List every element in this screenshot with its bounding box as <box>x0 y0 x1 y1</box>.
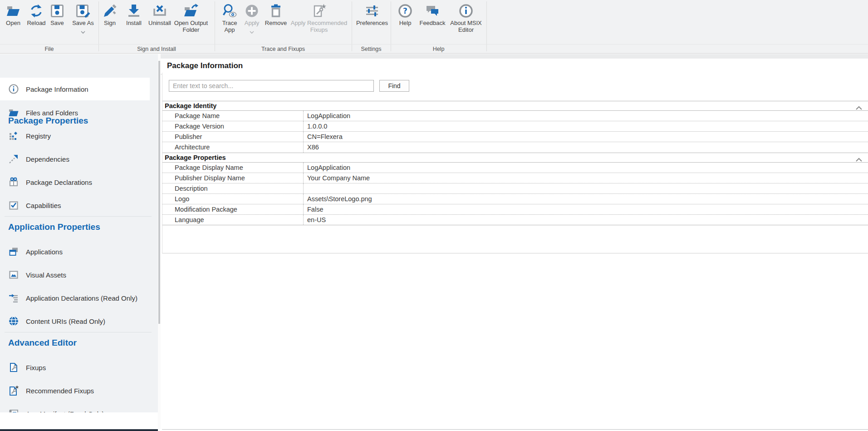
properties-table: Package Identity Package Name LogApplica… <box>162 101 868 225</box>
save-button[interactable]: Save <box>48 3 67 27</box>
sidebar-item-registry[interactable]: Registry <box>0 124 150 147</box>
save-icon <box>49 3 65 19</box>
collapse-chevron-icon[interactable] <box>855 155 863 160</box>
install-arrow-icon <box>126 3 142 19</box>
sidebar-item-package-information[interactable]: Package Information <box>0 78 150 100</box>
install-button-label: Install <box>126 20 142 27</box>
property-value[interactable]: en-US <box>303 215 868 225</box>
about-msix-editor-button[interactable]: About MSIX Editor <box>449 3 483 33</box>
property-value[interactable]: Your Company Name <box>303 173 868 183</box>
preferences-sliders-icon <box>364 3 380 19</box>
group-label-sign-and-install: Sign and Install <box>98 46 215 52</box>
dependencies-arrow-icon <box>8 154 19 164</box>
save-as-dropdown-chevron-icon[interactable] <box>81 28 85 36</box>
package-information-panel: Find Package Identity Package Name LogAp… <box>162 73 868 253</box>
property-value[interactable] <box>303 183 868 193</box>
sidebar-item-label: Visual Assets <box>26 271 66 279</box>
help-question-icon: ? <box>397 3 413 19</box>
sidebar-item-label: Files and Folders <box>26 109 78 117</box>
sidebar-item-label: Content URIs (Read Only) <box>26 317 105 325</box>
property-row-package-display-name: Package Display Name LogApplication <box>162 163 868 173</box>
open-button[interactable]: Open <box>3 3 24 27</box>
sidebar-item-label: Registry <box>26 132 51 140</box>
sidebar-divider <box>5 332 152 332</box>
uninstall-x-icon <box>152 3 167 19</box>
property-row-logo: Logo Assets\StoreLogo.png <box>162 194 868 204</box>
property-label: Package Display Name <box>162 163 303 173</box>
install-button[interactable]: Install <box>123 3 145 27</box>
apply-recommended-fixups-button-label: Apply Recommended Fixups <box>289 20 349 33</box>
trace-app-button[interactable]: Trace App <box>219 3 240 33</box>
help-button-label: Help <box>399 20 412 27</box>
sidebar-item-dependencies[interactable]: Dependencies <box>0 148 150 170</box>
sign-button[interactable]: Sign <box>100 3 120 27</box>
property-value[interactable]: False <box>303 204 868 214</box>
group-label-settings: Settings <box>352 46 391 52</box>
property-value[interactable]: 1.0.0.0 <box>303 121 868 131</box>
sidebar-item-label: Applications <box>26 248 63 256</box>
property-row-modification-package: Modification Package False <box>162 204 868 215</box>
sidebar-item-package-declarations[interactable]: Package Declarations <box>0 171 150 193</box>
property-value[interactable]: LogApplication <box>303 111 868 121</box>
group-label-trace-and-fixups: Trace and Fixups <box>215 46 352 52</box>
sidebar-scrollbar-thumb[interactable] <box>158 61 160 324</box>
search-input[interactable] <box>169 80 374 92</box>
save-as-button[interactable]: Save As <box>70 3 96 36</box>
open-output-folder-button[interactable]: Open Output Folder <box>171 3 211 33</box>
sidebar-item-visual-assets[interactable]: Visual Assets <box>0 263 150 286</box>
open-output-folder-button-label: Open Output Folder <box>171 20 211 33</box>
property-value[interactable]: CN=Flexera <box>303 132 868 142</box>
property-row-package-version: Package Version 1.0.0.0 <box>162 121 868 132</box>
feedback-bubbles-icon <box>425 3 440 19</box>
fixups-wrench-icon <box>8 362 19 373</box>
apply-button[interactable]: Apply <box>242 3 262 36</box>
checkbox-icon <box>8 200 19 211</box>
property-label: Architecture <box>162 142 303 153</box>
uninstall-button-label: Uninstall <box>148 20 171 27</box>
sidebar-item-recommended-fixups[interactable]: Recommended Fixups <box>0 379 150 402</box>
globe-icon <box>8 316 19 327</box>
apply-dropdown-chevron-icon <box>250 28 254 36</box>
group-label-file: File <box>0 46 98 52</box>
apply-button-label: Apply <box>245 20 260 27</box>
property-row-language: Language en-US <box>162 215 868 225</box>
feedback-button[interactable]: Feedback <box>418 3 447 27</box>
property-label: Package Version <box>162 121 303 131</box>
sidebar-bottom-bar <box>0 429 158 431</box>
trace-app-magnifier-icon <box>222 3 237 19</box>
sidebar-item-label: Fixups <box>26 364 46 372</box>
ribbon-toolbar: Open Reload Save Save As Sign Install Un… <box>0 0 868 54</box>
property-label: Publisher Display Name <box>162 173 303 183</box>
remove-button[interactable]: Remove <box>263 3 289 27</box>
fixups-wrench-star-icon <box>8 385 19 396</box>
about-info-icon <box>458 3 474 19</box>
property-label: Package Name <box>162 111 303 121</box>
property-row-package-name: Package Name LogApplication <box>162 111 868 121</box>
preferences-button[interactable]: Preferences <box>356 3 388 27</box>
sidebar-item-label: Application Declarations (Read Only) <box>26 294 137 302</box>
section-header-package-identity: Package Identity <box>162 101 868 111</box>
apply-recommended-fixups-button[interactable]: Apply Recommended Fixups <box>289 3 349 33</box>
uninstall-button[interactable]: Uninstall <box>146 3 173 27</box>
property-value[interactable]: LogApplication <box>303 163 868 173</box>
find-button[interactable]: Find <box>379 80 409 92</box>
page-title: Package Information <box>161 59 868 74</box>
section-header-package-properties: Package Properties <box>162 153 868 163</box>
content-top-strip <box>161 54 868 59</box>
content-bottom-border <box>162 429 868 430</box>
info-icon <box>8 84 19 94</box>
sidebar-item-capabilities[interactable]: Capabilities <box>0 194 150 217</box>
property-label: Language <box>162 215 303 225</box>
sidebar-item-files-and-folders[interactable]: Files and Folders <box>0 101 150 124</box>
property-value[interactable]: Assets\StoreLogo.png <box>303 194 868 204</box>
registry-blocks-icon <box>8 130 19 141</box>
sidebar-item-applications[interactable]: Applications <box>0 240 150 263</box>
property-value[interactable]: X86 <box>303 142 868 153</box>
reload-button[interactable]: Reload <box>25 3 48 27</box>
sidebar-item-fixups[interactable]: Fixups <box>0 356 150 379</box>
collapse-chevron-icon[interactable] <box>855 104 863 108</box>
sidebar-item-application-declarations[interactable]: Application Declarations (Read Only) <box>0 287 150 309</box>
svg-text:?: ? <box>403 6 407 15</box>
help-button[interactable]: ? Help <box>396 3 414 27</box>
sidebar-item-content-uris[interactable]: Content URIs (Read Only) <box>0 310 150 332</box>
